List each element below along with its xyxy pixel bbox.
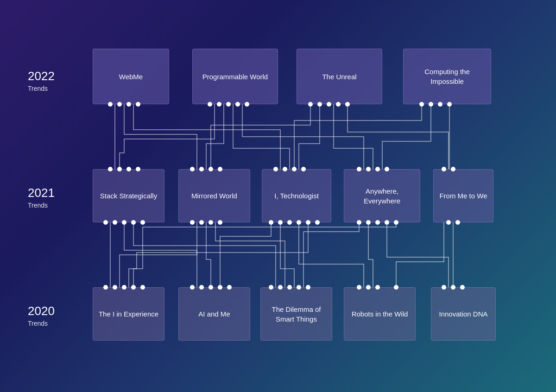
card-i-in-experience[interactable]: The I in Experience bbox=[93, 287, 164, 341]
card-programmable-world[interactable]: Programmable World bbox=[192, 49, 278, 104]
card-computing-impossible[interactable]: Computing the Impossible bbox=[403, 49, 491, 104]
card-the-unreal[interactable]: The Unreal bbox=[297, 49, 382, 104]
card-anywhere-everywhere[interactable]: Anywhere, Everywhere bbox=[344, 169, 420, 222]
card-mirrored-world[interactable]: Mirrored World bbox=[178, 169, 250, 222]
main-container: 2022 Trends 2021 Trends 2020 Trends WebM… bbox=[0, 0, 556, 392]
year-label-2022: 2022 Trends bbox=[28, 69, 55, 93]
card-i-technologist[interactable]: I, Technologist bbox=[262, 169, 331, 222]
card-ai-and-me[interactable]: AI and Me bbox=[178, 287, 250, 341]
year-label-2020: 2020 Trends bbox=[28, 303, 55, 328]
card-innovation-dna[interactable]: Innovation DNA bbox=[431, 287, 496, 341]
card-robots-wild[interactable]: Robots in the Wild bbox=[344, 287, 416, 341]
card-dilemma-smart-things[interactable]: The Dilemma of Smart Things bbox=[260, 287, 332, 341]
card-stack-strategically[interactable]: Stack Strategically bbox=[93, 169, 164, 222]
card-from-me-to-we[interactable]: From Me to We bbox=[433, 169, 493, 222]
year-label-2021: 2021 Trends bbox=[28, 185, 55, 209]
card-webme[interactable]: WebMe bbox=[93, 49, 169, 104]
